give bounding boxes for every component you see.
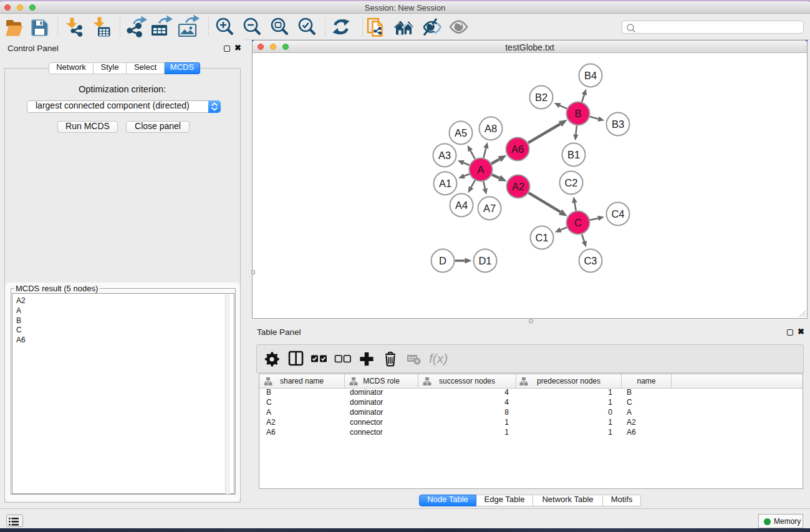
svg-text:A2: A2 [512,181,524,192]
svg-text:C4: C4 [611,208,624,220]
svg-text:A1: A1 [439,178,451,189]
svg-text:D1: D1 [478,255,491,266]
svg-text:A6: A6 [511,143,524,155]
svg-text:A3: A3 [438,150,451,161]
svg-text:B4: B4 [584,70,597,81]
svg-text:C2: C2 [564,177,577,188]
svg-text:B: B [574,108,581,119]
svg-text:A8: A8 [485,123,497,134]
svg-text:A: A [477,164,484,175]
svg-text:D: D [439,255,446,266]
svg-text:A5: A5 [455,127,467,138]
svg-text:A4: A4 [455,200,468,211]
svg-text:C3: C3 [584,255,597,266]
svg-text:f(x): f(x) [429,351,448,365]
svg-text:B3: B3 [612,118,624,130]
svg-text:C1: C1 [535,232,548,243]
svg-text:B1: B1 [567,149,580,160]
svg-text:B2: B2 [535,92,547,103]
svg-text:A7: A7 [483,203,496,214]
svg-text:C: C [574,217,582,228]
